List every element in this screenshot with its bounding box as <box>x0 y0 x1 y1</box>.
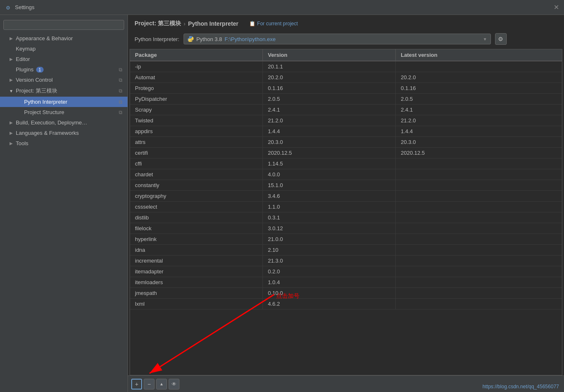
table-row[interactable]: Scrapy 2.4.1 2.4.1 <box>130 105 562 115</box>
table-row[interactable]: jmespath 0.10.0 <box>130 288 562 299</box>
table-header: Package Version Latest version <box>130 49 562 61</box>
expand-arrow: ▶ <box>8 57 14 61</box>
table-body[interactable]: -ip 20.1.1 Automat 20.2.0 20.2.0 Protego… <box>130 61 562 375</box>
badge: 1 <box>36 67 44 73</box>
cell-package: certifi <box>130 148 263 158</box>
breadcrumb-separator: › <box>184 20 186 27</box>
svg-point-3 <box>191 41 191 41</box>
table-row[interactable]: hyperlink 21.0.0 <box>130 234 562 245</box>
content-area: Project: 第三模块 › Python Interpreter 📋 For… <box>128 15 564 392</box>
cell-package: cffi <box>130 158 263 169</box>
svg-text:⚙: ⚙ <box>6 5 10 11</box>
sidebar-item-label: Python Interpreter <box>24 99 67 105</box>
interpreter-select[interactable]: Python 3.8 F:\Python\python.exe ▼ <box>184 34 491 44</box>
cell-package: idna <box>130 245 263 255</box>
table-row[interactable]: chardet 4.0.0 <box>130 169 562 180</box>
table-row[interactable]: -ip 20.1.1 <box>130 61 562 72</box>
cell-version: 20.2.0 <box>263 72 396 83</box>
cell-package: chardet <box>130 169 263 180</box>
table-row[interactable]: cryptography 3.4.6 <box>130 191 562 202</box>
sidebar-item-build[interactable]: ▶Build, Execution, Deployme… <box>0 117 128 128</box>
cell-version: 2.10 <box>263 245 396 255</box>
sidebar-item-editor[interactable]: ▶Editor <box>0 54 128 64</box>
cell-latest <box>396 277 562 287</box>
search-input[interactable] <box>3 20 124 30</box>
packages-table: Package Version Latest version -ip 20.1.… <box>130 49 562 375</box>
cell-latest: 1.4.4 <box>396 126 562 136</box>
cell-latest <box>396 245 562 255</box>
expand-arrow: ▶ <box>8 141 14 146</box>
cell-version: 0.2.0 <box>263 266 396 277</box>
window-title: Settings <box>15 4 34 10</box>
remove-package-button[interactable]: − <box>144 379 154 390</box>
expand-arrow <box>8 67 14 72</box>
col-version: Version <box>263 49 396 61</box>
bottom-url: https://blog.csdn.net/qq_45656077 <box>483 384 559 390</box>
table-row[interactable]: lxml 4.6.2 <box>130 299 562 309</box>
cell-version: 15.1.0 <box>263 180 396 190</box>
table-row[interactable]: Automat 20.2.0 20.2.0 <box>130 72 562 83</box>
cell-package: Twisted <box>130 115 263 126</box>
cell-version: 0.3.1 <box>263 212 396 223</box>
table-row[interactable]: filelock 3.0.12 <box>130 223 562 234</box>
add-package-button[interactable]: + <box>131 379 142 390</box>
cell-package: Scrapy <box>130 105 263 115</box>
cell-latest <box>396 212 562 223</box>
table-row[interactable]: distlib 0.3.1 <box>130 212 562 223</box>
cell-package: filelock <box>130 223 263 234</box>
eye-button[interactable]: 👁 <box>169 379 179 390</box>
cell-latest: 20.3.0 <box>396 137 562 147</box>
table-row[interactable]: cffi 1.14.5 <box>130 158 562 169</box>
sidebar-item-appearance[interactable]: ▶Appearance & Behavior <box>0 33 128 44</box>
gear-button[interactable]: ⚙ <box>495 33 507 45</box>
table-row[interactable]: constantly 15.1.0 <box>130 180 562 191</box>
table-row[interactable]: itemadapter 0.2.0 <box>130 266 562 277</box>
table-row[interactable]: incremental 21.3.0 <box>130 256 562 266</box>
cell-latest: 2.4.1 <box>396 105 562 115</box>
sidebar-item-project[interactable]: ▼Project: 第三模块⧉ <box>0 85 128 97</box>
sidebar-item-languages[interactable]: ▶Languages & Frameworks <box>0 128 128 138</box>
copy-icon: ⧉ <box>119 67 123 73</box>
cell-package: hyperlink <box>130 234 263 244</box>
sidebar-item-version-control[interactable]: ▶Version Control⧉ <box>0 75 128 85</box>
cell-version: 21.0.0 <box>263 234 396 244</box>
cell-package: attrs <box>130 137 263 147</box>
sidebar-item-label: Appearance & Behavior <box>16 35 73 41</box>
sidebar-item-label: Languages & Frameworks <box>16 130 79 136</box>
table-row[interactable]: cssselect 1.1.0 <box>130 202 562 212</box>
python-logo <box>187 36 194 42</box>
table-row[interactable]: certifi 2020.12.5 2020.12.5 <box>130 148 562 158</box>
sidebar-item-keymap[interactable]: Keymap <box>0 44 128 54</box>
sidebar-item-label: Version Control <box>16 77 53 83</box>
table-row[interactable]: PyDispatcher 2.0.5 2.0.5 <box>130 94 562 105</box>
cell-latest <box>396 223 562 234</box>
cell-version: 2.0.5 <box>263 94 396 104</box>
table-row[interactable]: appdirs 1.4.4 1.4.4 <box>130 126 562 137</box>
sidebar-item-label: Plugins <box>16 66 34 73</box>
close-button[interactable]: ✕ <box>554 4 559 11</box>
cell-package: distlib <box>130 212 263 223</box>
cell-package: Protego <box>130 83 263 93</box>
cell-latest: 2020.12.5 <box>396 148 562 158</box>
table-row[interactable]: itemloaders 1.0.4 <box>130 277 562 288</box>
expand-arrow: ▶ <box>8 78 14 82</box>
interpreter-row: Python Interpreter: <box>128 31 564 49</box>
add-icon: + <box>135 381 138 387</box>
sidebar-item-plugins[interactable]: Plugins1⧉ <box>0 64 128 75</box>
sidebar-item-project-structure[interactable]: Project Structure⧉ <box>0 107 128 117</box>
sidebar: ▶Appearance & Behavior Keymap▶Editor Plu… <box>0 15 128 392</box>
table-row[interactable]: idna 2.10 <box>130 245 562 256</box>
select-arrow-icon: ▼ <box>483 37 487 41</box>
sidebar-item-python-interpreter[interactable]: Python Interpreter⧉ <box>0 97 128 107</box>
table-row[interactable]: Protego 0.1.16 0.1.16 <box>130 83 562 94</box>
sidebar-item-tools[interactable]: ▶Tools <box>0 138 128 149</box>
sidebar-item-label: Build, Execution, Deployme… <box>16 119 87 126</box>
up-button[interactable]: ▲ <box>156 379 167 390</box>
breadcrumb-project: Project: 第三模块 <box>135 20 181 27</box>
copy-icon: ⧉ <box>119 77 123 83</box>
col-package: Package <box>130 49 263 61</box>
cell-version: 4.0.0 <box>263 169 396 180</box>
table-row[interactable]: attrs 20.3.0 20.3.0 <box>130 137 562 148</box>
table-row[interactable]: Twisted 21.2.0 21.2.0 <box>130 115 562 126</box>
cell-version: 1.14.5 <box>263 158 396 169</box>
